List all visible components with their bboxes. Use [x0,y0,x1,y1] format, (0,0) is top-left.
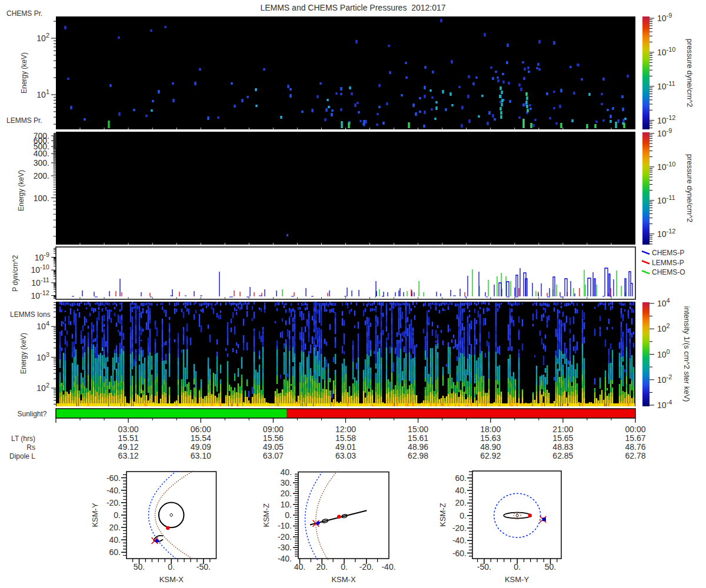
svg-text:-30.: -30. [278,543,292,552]
svg-text:63.12: 63.12 [118,451,139,460]
svg-text:intensity 1/(s cm^2 ster keV): intensity 1/(s cm^2 ster keV) [682,306,691,402]
svg-text:62.92: 62.92 [480,451,501,460]
svg-text:100.: 100. [34,193,49,203]
svg-text:49.01: 49.01 [335,442,356,452]
svg-text:KSM-Z: KSM-Z [438,503,447,527]
svg-text:62.98: 62.98 [408,451,428,460]
svg-text:15.65: 15.65 [552,433,573,443]
svg-text:LEMMS Ions: LEMMS Ions [10,310,51,319]
svg-text:00:00: 00:00 [625,425,645,434]
svg-text:40.: 40. [294,562,305,572]
svg-text:-50.: -50. [477,562,491,572]
svg-text:62.78: 62.78 [625,451,645,460]
svg-text:KSM-X: KSM-X [331,575,356,584]
svg-text:20.: 20. [317,562,328,572]
svg-text:CHEMS-P: CHEMS-P [652,249,684,257]
svg-text:-40.: -40. [278,554,292,563]
svg-text:-60.: -60. [106,473,121,483]
svg-text:15.63: 15.63 [480,433,501,443]
svg-text:63.07: 63.07 [263,451,284,460]
svg-text:03:00: 03:00 [118,425,139,434]
svg-text:10.: 10. [281,500,292,509]
svg-text:KSM-Y: KSM-Y [91,503,99,527]
svg-text:15.51: 15.51 [118,433,139,443]
svg-text:40.: 40. [455,486,467,495]
svg-text:18:00: 18:00 [480,425,501,434]
svg-text:-20.: -20. [359,562,374,572]
svg-text:15.56: 15.56 [263,433,284,443]
svg-text:20.: 20. [109,523,121,532]
svg-text:CHEMS-O: CHEMS-O [652,268,685,276]
svg-text:20.: 20. [455,498,467,507]
svg-text:49.09: 49.09 [191,442,211,452]
svg-text:15.61: 15.61 [408,433,428,443]
svg-text:0.: 0. [514,562,521,572]
svg-text:-40.: -40. [452,536,467,545]
svg-text:Energy (keV): Energy (keV) [20,52,28,93]
svg-text:-60.: -60. [452,549,467,558]
svg-text:-40.: -40. [106,486,121,495]
svg-text:0.: 0. [341,562,348,572]
svg-text:-40.: -40. [381,562,395,572]
svg-text:50.: 50. [545,562,556,572]
svg-text:15:00: 15:00 [408,425,428,434]
svg-text:300.: 300. [34,158,49,168]
svg-text:21:00: 21:00 [552,425,573,434]
svg-text:LEMMS-P: LEMMS-P [652,259,684,267]
svg-text:LEMMS and CHEMS Particle Press: LEMMS and CHEMS Particle Pressures 2012:… [260,3,445,12]
svg-text:Sunlight?: Sunlight? [17,410,46,418]
svg-text:63.10: 63.10 [191,451,211,460]
svg-text:pressure dyne/cm^2: pressure dyne/cm^2 [685,39,694,108]
svg-text:12:00: 12:00 [335,425,356,434]
svg-text:Dipole L: Dipole L [9,452,35,460]
svg-text:-20.: -20. [452,523,467,533]
svg-text:LEMMS Pr.: LEMMS Pr. [6,116,42,125]
svg-text:0.: 0. [114,510,121,520]
svg-text:pressure dyne/cm^2: pressure dyne/cm^2 [685,154,694,223]
svg-text:48.76: 48.76 [625,442,645,452]
svg-text:KSM-X: KSM-X [159,575,184,584]
svg-text:09:00: 09:00 [263,425,284,434]
svg-text:-20.: -20. [278,532,292,542]
svg-text:15.54: 15.54 [191,433,211,443]
svg-text:06:00: 06:00 [191,425,211,434]
svg-text:Energy (keV): Energy (keV) [19,333,28,374]
svg-text:-50.: -50. [197,562,211,572]
svg-text:Rs: Rs [26,443,35,452]
svg-text:60.: 60. [109,547,121,557]
svg-text:Energy (keV): Energy (keV) [17,170,25,211]
svg-text:KSM-Z: KSM-Z [262,503,271,527]
svg-text:40.: 40. [281,467,292,477]
svg-text:KSM-Y: KSM-Y [505,575,530,584]
svg-text:48.83: 48.83 [552,442,573,452]
svg-text:63.03: 63.03 [335,451,356,460]
svg-text:-20.: -20. [106,498,121,507]
svg-text:CHEMS Pr.: CHEMS Pr. [6,9,42,18]
svg-text:15.67: 15.67 [625,433,645,443]
svg-text:50.: 50. [134,562,145,572]
svg-text:-10.: -10. [278,521,292,530]
svg-text:200.: 200. [34,171,49,181]
svg-text:49.05: 49.05 [263,442,284,452]
svg-text:49.12: 49.12 [118,442,139,452]
svg-text:20.: 20. [281,489,292,498]
svg-text:0.: 0. [168,562,175,572]
svg-text:62.85: 62.85 [552,451,573,460]
svg-text:LT (hrs): LT (hrs) [11,435,35,443]
svg-text:15.58: 15.58 [335,433,356,443]
svg-text:30.: 30. [281,478,292,487]
svg-text:700.: 700. [34,131,49,141]
svg-text:0.: 0. [459,511,467,520]
svg-text:40.: 40. [109,535,121,544]
svg-text:P dyn/cm^2: P dyn/cm^2 [11,255,19,292]
svg-text:48.96: 48.96 [408,442,428,452]
svg-text:60.: 60. [455,473,467,483]
svg-text:48.90: 48.90 [480,442,501,452]
svg-text:0.: 0. [285,510,292,520]
